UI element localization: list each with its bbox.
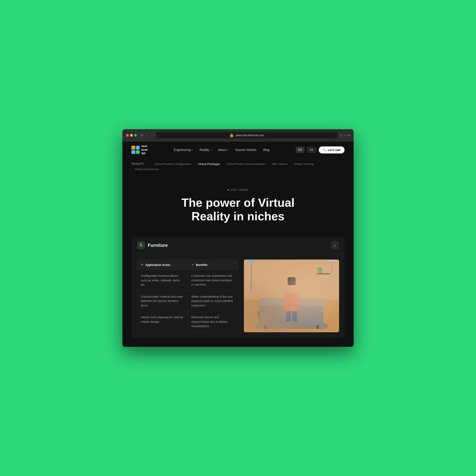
- card-title: Furniture: [148, 243, 168, 248]
- subnav-item-360-videos[interactable]: 360°-Videos: [269, 161, 291, 167]
- nav-item-succes-stories[interactable]: Succes Stories: [235, 148, 256, 152]
- pencil-icon: ✏️: [323, 148, 326, 152]
- logo-cell-2: [136, 146, 140, 150]
- furniture-card: 🪑 Furniture ∧ ✦ Ap: [132, 237, 344, 338]
- subnav-item-instructions[interactable]: Virtual Instructions: [132, 167, 162, 172]
- application-areas-icon: ✦: [141, 263, 143, 267]
- collapse-button[interactable]: ∧: [331, 241, 339, 249]
- card-header-left: 🪑 Furniture: [137, 241, 168, 249]
- table-cell-ben-1: Customers can experience and customize t…: [188, 270, 238, 290]
- vr-scene-image: [244, 259, 339, 332]
- site-content: next level lab Engineering ▾ Reality ▾ A…: [122, 141, 354, 347]
- browser-right-controls: ⎙ + ⧉: [340, 133, 350, 137]
- url-text: www.next-level-lab.com: [236, 134, 264, 137]
- sidebar-toggle-icon[interactable]: ⊞: [140, 133, 144, 137]
- sub-navigation: REALITY Virtual Product Configuration Vi…: [122, 159, 354, 175]
- table-row: Configurable furniture pieces such as so…: [137, 270, 238, 290]
- subnav-item-prototype[interactable]: Virtual Prototype: [195, 161, 223, 167]
- back-icon[interactable]: ‹: [146, 133, 149, 137]
- new-tab-icon[interactable]: +: [344, 133, 346, 137]
- close-button[interactable]: [126, 134, 129, 137]
- logo-cell-1: [132, 146, 135, 150]
- benefits-icon: ✓: [191, 263, 194, 267]
- subnav-item-product-demo[interactable]: Virtual Product Demonstration: [223, 161, 268, 167]
- address-bar[interactable]: 🔒 www.next-level-lab.com: [156, 132, 338, 138]
- vr-scene: [244, 259, 339, 332]
- logo-cell-4: [136, 150, 140, 154]
- lang-de-button[interactable]: DE: [307, 147, 316, 153]
- browser-chrome: ⊞ ‹ › 🔒 www.next-level-lab.com ⎙ + ⧉: [122, 129, 354, 141]
- table-cell-ben-2: Better understanding of the end products…: [188, 291, 238, 311]
- lang-en-button[interactable]: EN: [296, 147, 305, 153]
- minimize-button[interactable]: [130, 134, 133, 137]
- share-icon[interactable]: ⎙: [340, 133, 342, 137]
- hero-section: USE CASES The power of Virtual Reality i…: [122, 175, 354, 232]
- nav-item-reality[interactable]: Reality ▾: [200, 148, 211, 152]
- table-cell-app-2: Customizable material and color selectio…: [137, 291, 188, 311]
- subnav-item-product-config[interactable]: Virtual Product Configuration: [151, 161, 195, 167]
- traffic-lights: [126, 134, 137, 137]
- nav-right: EN DE ✏️ Let's talk: [296, 146, 344, 153]
- forward-icon[interactable]: ›: [150, 133, 153, 137]
- table-cell-ben-3: Reduced returns and mispurchases due to …: [188, 311, 238, 332]
- chevron-down-icon: ▾: [210, 149, 211, 151]
- table-header: ✦ Application Areas ✓ Benefits: [137, 260, 238, 270]
- logo-grid: [132, 146, 140, 154]
- table-cell-app-1: Configurable furniture pieces such as so…: [137, 270, 188, 290]
- chevron-down-icon: ▾: [191, 149, 193, 151]
- card-section: 🪑 Furniture ∧ ✦ Ap: [122, 232, 354, 347]
- main-navigation: next level lab Engineering ▾ Reality ▾ A…: [122, 141, 354, 159]
- hero-title: The power of Virtual Reality in niches: [170, 196, 306, 223]
- table-row: Customizable material and color selectio…: [137, 290, 238, 311]
- maximize-button[interactable]: [134, 134, 137, 137]
- browser-window: ⊞ ‹ › 🔒 www.next-level-lab.com ⎙ + ⧉: [122, 129, 354, 347]
- nav-links: Engineering ▾ Reality ▾ About ▾ Succes S…: [174, 148, 270, 152]
- card-header: 🪑 Furniture ∧: [132, 237, 344, 254]
- lets-talk-button[interactable]: ✏️ Let's talk: [319, 146, 344, 153]
- table-cell-app-3: Virtual room planning for optimal interi…: [137, 311, 188, 332]
- badge-text: USE CASES: [230, 188, 248, 191]
- logo-cell-3: [132, 150, 135, 154]
- nav-item-engineering[interactable]: Engineering ▾: [174, 148, 193, 152]
- image-overlay: [244, 259, 339, 332]
- chevron-down-icon: ▾: [227, 149, 228, 151]
- badge-dot: [228, 189, 229, 191]
- table-row: Virtual room planning for optimal interi…: [137, 311, 238, 332]
- logo-area[interactable]: next level lab: [132, 145, 148, 155]
- th-application-areas: ✦ Application Areas: [137, 260, 188, 270]
- th-benefits: ✓ Benefits: [188, 260, 238, 270]
- browser-nav-controls: ⊞ ‹ ›: [140, 133, 153, 137]
- logo-text: next level lab: [141, 145, 148, 155]
- subnav-section-label: REALITY: [132, 162, 144, 166]
- lock-icon: 🔒: [229, 133, 234, 137]
- furniture-icon: 🪑: [137, 241, 145, 249]
- card-body: ✦ Application Areas ✓ Benefits Configura…: [132, 254, 344, 338]
- tabs-icon[interactable]: ⧉: [348, 133, 350, 137]
- nav-item-about[interactable]: About ▾: [218, 148, 228, 152]
- subnav-item-training[interactable]: Virtual Training: [291, 161, 317, 167]
- use-cases-badge: USE CASES: [132, 188, 344, 191]
- nav-item-blog[interactable]: Blog: [263, 148, 270, 152]
- data-table: ✦ Application Areas ✓ Benefits Configura…: [137, 259, 238, 332]
